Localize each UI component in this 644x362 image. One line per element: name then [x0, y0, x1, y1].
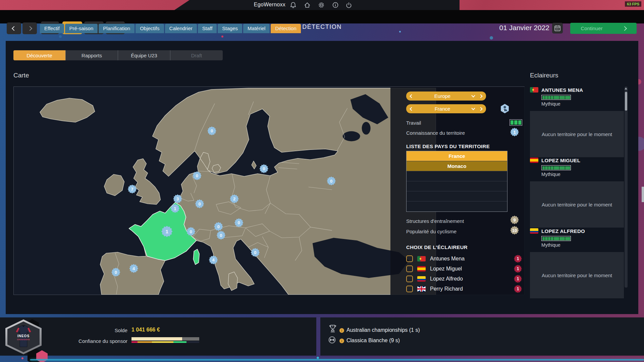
calendar-button[interactable] [552, 23, 563, 34]
jersey-brand: INEOS [13, 334, 34, 338]
home-icon[interactable] [304, 2, 311, 8]
forward-button[interactable] [22, 22, 37, 34]
scout-card[interactable]: LOPEZ ALFREDO Mythique [530, 228, 624, 248]
tab-calendrier[interactable]: Calendrier [165, 24, 197, 33]
scout-territory-box: Aucun territoire pour le moment [530, 111, 624, 157]
manager-name: EgoWernoxx [254, 2, 285, 8]
subtab-rapports[interactable]: Rapports [66, 50, 118, 60]
country-row-empty [407, 201, 507, 212]
team-footer-panel: INEOS GRENADIERS Solde 1 041 666 € Confi… [0, 317, 316, 356]
event-name[interactable]: Classica Bianche (9 s) [346, 338, 400, 344]
dropdown-caret-icon[interactable] [471, 106, 475, 110]
map-territory-badge[interactable]: 7 [128, 185, 137, 194]
event-name[interactable]: Australian championships (1 s) [346, 327, 420, 333]
flag-uk-icon [417, 286, 426, 292]
scout-checkbox[interactable] [406, 265, 413, 272]
tab-materiel[interactable]: Matériel [243, 24, 270, 33]
map-territory-badge[interactable]: 4 [129, 264, 138, 273]
scout-card[interactable]: LOPEZ MIGUEL Mythique [530, 158, 624, 177]
tab-planification[interactable]: Planification [99, 24, 135, 33]
scrollbar-thumb[interactable] [625, 92, 627, 111]
status-bar-backdrop [174, 0, 460, 10]
menu-bar: DÉTECTION 01 Janvier 2022 Continuer [0, 10, 644, 23]
subtab-decouverte[interactable]: Découverte [13, 50, 66, 60]
tab-pre-saison[interactable]: Pré-saison [65, 24, 98, 33]
country-row-france[interactable]: France [407, 151, 507, 161]
power-icon[interactable] [345, 2, 352, 8]
scout-choice-row[interactable]: Lopez Miguel 1 [406, 264, 522, 273]
dropdown-caret-icon[interactable] [471, 94, 475, 97]
scout-territory-hex-icon[interactable] [500, 104, 509, 113]
cycling-popularity-label: Popularité du cyclisme [406, 229, 457, 234]
scout-choice-row[interactable]: Lopez Alfredo 1 [406, 275, 522, 283]
scout-skill-bar [541, 95, 571, 100]
subtab-draft[interactable]: Draft [170, 50, 223, 60]
scout-card[interactable]: ANTUNES MENA Mythique [530, 87, 624, 107]
map-territory-badge[interactable]: 0 [216, 231, 225, 240]
scout-skill-bar [541, 236, 571, 241]
tab-detection[interactable]: Détection [271, 24, 301, 33]
scouts-scrollbar[interactable] [625, 86, 628, 288]
map-territory-badge[interactable]: 3 [173, 194, 182, 203]
map-territory-badge[interactable]: 0 [251, 248, 260, 257]
territory-country-list: France Monaco [406, 151, 507, 212]
next-country-arrow-icon[interactable] [479, 107, 482, 111]
decor-dot [59, 35, 62, 38]
game-window: EgoWernoxx 63 FPS D [0, 0, 644, 362]
flag-portugal-icon [530, 87, 538, 93]
country-row-empty [407, 171, 507, 181]
country-row-monaco[interactable]: Monaco [407, 161, 507, 171]
sub-tab-bar: Découverte Rapports Équipe U23 Draft [13, 50, 223, 60]
gear-icon[interactable] [318, 2, 325, 8]
decor-teal-line [30, 359, 644, 360]
trophy-icon: 1 [328, 324, 337, 336]
country-dropdown[interactable]: France [406, 104, 486, 113]
tab-staff[interactable]: Staff [198, 24, 217, 33]
page-title: DÉTECTION [302, 23, 342, 31]
map-territory-badge[interactable]: 0 [193, 171, 202, 180]
bell-icon[interactable] [290, 2, 297, 8]
tab-stages[interactable]: Stages [218, 24, 242, 33]
region-dropdown[interactable]: Europe [406, 92, 486, 101]
tab-objectifs[interactable]: Objectifs [136, 24, 164, 33]
scroll-up-arrow-icon[interactable] [625, 87, 627, 89]
scout-skill-bar [541, 165, 571, 170]
map-territory-badge[interactable]: 4 [209, 255, 218, 264]
map-territory-badge[interactable]: 0 [234, 218, 244, 227]
subtab-equipe-u23[interactable]: Équipe U23 [118, 50, 170, 60]
scout-choice-name: Lopez Miguel [430, 266, 509, 272]
map-territory-badge[interactable]: 0 [111, 268, 120, 277]
europe-map[interactable]: 700003102100004040 Europe France Travail [13, 86, 525, 295]
main-tab-bar: Effectif Pré-saison Planification Object… [40, 24, 301, 33]
scout-choice-row[interactable]: Perry Richard 1 [406, 285, 522, 293]
map-territory-badge[interactable]: 0 [207, 126, 216, 135]
scout-territory-box: Aucun territoire pour le moment [530, 181, 624, 228]
chevron-right-icon [622, 26, 627, 31]
map-territory-badge[interactable]: 1 [170, 204, 179, 213]
map-territory-badge[interactable]: 0 [214, 222, 223, 231]
scout-checkbox[interactable] [406, 276, 413, 282]
map-territory-badge[interactable]: 0 [186, 227, 196, 236]
window-scrollbar[interactable] [642, 187, 644, 202]
map-territory-badge[interactable]: 0 [195, 199, 204, 208]
scout-checkbox[interactable] [406, 286, 413, 292]
tab-effectif[interactable]: Effectif [40, 24, 64, 33]
back-button[interactable] [7, 22, 21, 34]
info-icon[interactable] [332, 2, 339, 8]
next-region-arrow-icon[interactable] [479, 94, 482, 98]
country-row-empty [407, 191, 507, 201]
map-territory-badge[interactable]: 0 [327, 176, 336, 185]
scout-level: Mythique [541, 242, 624, 248]
status-bar: EgoWernoxx 63 FPS [0, 0, 644, 10]
flag-portugal-icon [417, 256, 426, 261]
continue-button[interactable]: Continuer [570, 23, 637, 34]
scout-checkbox[interactable] [406, 255, 413, 262]
map-territory-badge[interactable]: 0 [259, 164, 268, 173]
scout-choice-row[interactable]: Antunes Mena 1 [406, 254, 522, 263]
decor-dot [490, 36, 493, 40]
scouts-section-title: Eclaireurs [530, 72, 558, 79]
map-territory-badge[interactable]: 2 [230, 194, 239, 203]
map-territory-badge[interactable]: 1 [161, 226, 173, 237]
fps-counter: 63 FPS [625, 1, 641, 7]
scout-level: Mythique [541, 101, 624, 107]
